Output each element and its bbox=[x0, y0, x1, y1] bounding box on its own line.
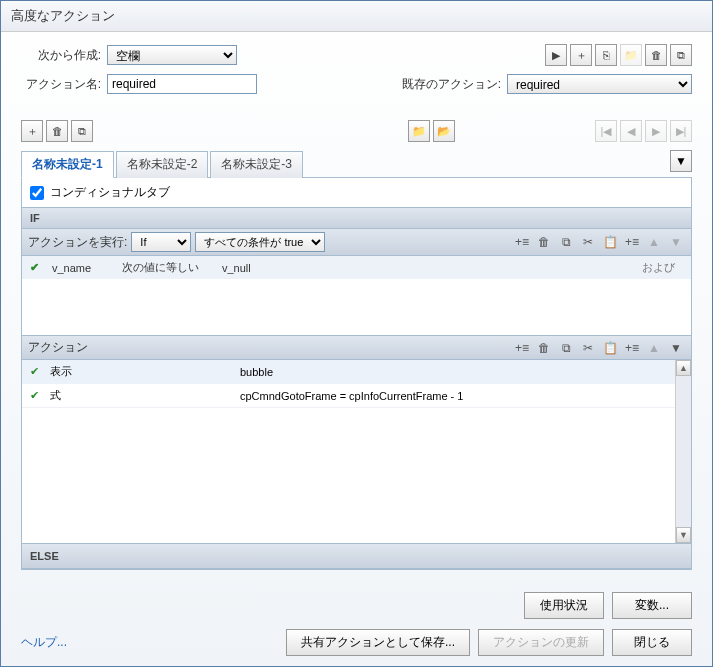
check-icon: ✔ bbox=[30, 389, 50, 402]
scroll-down-icon[interactable]: ▼ bbox=[676, 527, 691, 543]
action-row-2[interactable]: ✔ 式 cpCmndGotoFrame = cpInfoCurrentFrame… bbox=[22, 384, 675, 408]
duplicate-right-icon[interactable]: ⎘ bbox=[595, 44, 617, 66]
usage-button[interactable]: 使用状況 bbox=[524, 592, 604, 619]
conditional-checkbox[interactable] bbox=[30, 186, 44, 200]
condition-row[interactable]: ✔ v_name 次の値に等しい v_null および bbox=[22, 256, 691, 279]
tab-2[interactable]: 名称未設定-2 bbox=[116, 151, 209, 178]
condition-rows: ✔ v_name 次の値に等しい v_null および bbox=[22, 256, 691, 336]
cond-insert-icon[interactable]: +≡ bbox=[623, 234, 641, 250]
play-icon[interactable]: ▶ bbox=[545, 44, 567, 66]
act-paste-icon[interactable]: 📋 bbox=[601, 340, 619, 356]
tab-1[interactable]: 名称未設定-1 bbox=[21, 151, 114, 178]
tab-overflow-icon[interactable]: ▼ bbox=[670, 150, 692, 172]
delete-tab-icon[interactable]: 🗑 bbox=[46, 120, 68, 142]
update-action-button: アクションの更新 bbox=[478, 629, 604, 656]
nav-prev-icon: ◀ bbox=[620, 120, 642, 142]
tab-panel: コンディショナルタブ IF アクションを実行: If すべての条件が true … bbox=[21, 178, 692, 570]
duplicate-tab-icon[interactable]: ⧉ bbox=[71, 120, 93, 142]
if-header: IF bbox=[22, 207, 691, 229]
exec-label: アクションを実行: bbox=[28, 234, 127, 251]
existing-action-label: 既存のアクション: bbox=[402, 76, 501, 93]
copy-icon[interactable]: ⧉ bbox=[670, 44, 692, 66]
cond-var: v_name bbox=[52, 262, 112, 274]
cond-val: v_null bbox=[222, 262, 251, 274]
action-row-1[interactable]: ✔ 表示 bubble bbox=[22, 360, 675, 384]
act-insert-icon[interactable]: +≡ bbox=[623, 340, 641, 356]
plus-icon[interactable]: ＋ bbox=[570, 44, 592, 66]
nav-first-icon: |◀ bbox=[595, 120, 617, 142]
tab-3[interactable]: 名称未設定-3 bbox=[210, 151, 303, 178]
action-value: bubble bbox=[240, 366, 667, 378]
close-button[interactable]: 閉じる bbox=[612, 629, 692, 656]
folder-save-icon[interactable]: 📂 bbox=[433, 120, 455, 142]
import-icon: 📁 bbox=[620, 44, 642, 66]
conditional-toggle-row: コンディショナルタブ bbox=[22, 178, 691, 207]
conditional-label: コンディショナルタブ bbox=[50, 184, 170, 201]
cond-add-icon[interactable]: +≡ bbox=[513, 234, 531, 250]
cond-down-icon: ▼ bbox=[667, 234, 685, 250]
action-type: 表示 bbox=[50, 364, 240, 379]
help-link[interactable]: ヘルプ... bbox=[21, 634, 67, 651]
cond-copy-icon[interactable]: ⧉ bbox=[557, 234, 575, 250]
act-copy-icon[interactable]: ⧉ bbox=[557, 340, 575, 356]
tab-bar: 名称未設定-1 名称未設定-2 名称未設定-3 ▼ bbox=[21, 150, 692, 178]
window-title: 高度なアクション bbox=[1, 1, 712, 32]
else-header: ELSE bbox=[22, 543, 691, 569]
variables-button[interactable]: 変数... bbox=[612, 592, 692, 619]
top-icon-toolbar: ▶ ＋ ⎘ 📁 🗑 ⧉ bbox=[545, 44, 692, 66]
second-toolbar: ＋ 🗑 ⧉ 📁 📂 |◀ ◀ ▶ ▶| bbox=[21, 120, 692, 142]
act-up-icon: ▲ bbox=[645, 340, 663, 356]
create-from-select[interactable]: 空欄 bbox=[107, 45, 237, 65]
action-name-input[interactable] bbox=[107, 74, 257, 94]
action-name-label: アクション名: bbox=[21, 76, 101, 93]
check-icon: ✔ bbox=[30, 261, 42, 274]
content-area: 次から作成: 空欄 ▶ ＋ ⎘ 📁 🗑 ⧉ アクション名: 既存のアクション: … bbox=[1, 32, 712, 582]
name-row: アクション名: 既存のアクション: required bbox=[21, 74, 692, 94]
act-down-icon[interactable]: ▼ bbox=[667, 340, 685, 356]
folder-open-icon[interactable]: 📁 bbox=[408, 120, 430, 142]
add-tab-icon[interactable]: ＋ bbox=[21, 120, 43, 142]
check-icon: ✔ bbox=[30, 365, 50, 378]
nav-next-icon: ▶ bbox=[645, 120, 667, 142]
action-toolbar: アクション +≡ 🗑 ⧉ ✂ 📋 +≡ ▲ ▼ bbox=[22, 336, 691, 360]
act-delete-icon[interactable]: 🗑 bbox=[535, 340, 553, 356]
act-add-icon[interactable]: +≡ bbox=[513, 340, 531, 356]
act-cut-icon[interactable]: ✂ bbox=[579, 340, 597, 356]
exec-select[interactable]: If bbox=[131, 232, 191, 252]
cond-andor: および bbox=[642, 260, 683, 275]
cond-delete-icon[interactable]: 🗑 bbox=[535, 234, 553, 250]
action-header-label: アクション bbox=[28, 339, 88, 356]
action-value: cpCmndGotoFrame = cpInfoCurrentFrame - 1 bbox=[240, 390, 667, 402]
scrollbar[interactable]: ▲ ▼ bbox=[675, 360, 691, 543]
action-rows-area: ✔ 表示 bubble ✔ 式 cpCmndGotoFrame = cpInfo… bbox=[22, 360, 691, 543]
cond-paste-icon[interactable]: 📋 bbox=[601, 234, 619, 250]
cond-up-icon: ▲ bbox=[645, 234, 663, 250]
condition-select[interactable]: すべての条件が true bbox=[195, 232, 325, 252]
footer: 使用状況 変数... ヘルプ... 共有アクションとして保存... アクションの… bbox=[1, 582, 712, 666]
existing-action-select[interactable]: required bbox=[507, 74, 692, 94]
if-toolbar: アクションを実行: If すべての条件が true +≡ 🗑 ⧉ ✂ 📋 +≡ … bbox=[22, 229, 691, 256]
scroll-up-icon[interactable]: ▲ bbox=[676, 360, 691, 376]
save-shared-button[interactable]: 共有アクションとして保存... bbox=[286, 629, 470, 656]
action-type: 式 bbox=[50, 388, 240, 403]
cond-op: 次の値に等しい bbox=[122, 260, 212, 275]
nav-last-icon: ▶| bbox=[670, 120, 692, 142]
top-row: 次から作成: 空欄 ▶ ＋ ⎘ 📁 🗑 ⧉ bbox=[21, 44, 692, 66]
advanced-actions-window: 高度なアクション 次から作成: 空欄 ▶ ＋ ⎘ 📁 🗑 ⧉ アクション名: 既… bbox=[0, 0, 713, 667]
create-from-label: 次から作成: bbox=[21, 47, 101, 64]
cond-cut-icon[interactable]: ✂ bbox=[579, 234, 597, 250]
trash-icon[interactable]: 🗑 bbox=[645, 44, 667, 66]
